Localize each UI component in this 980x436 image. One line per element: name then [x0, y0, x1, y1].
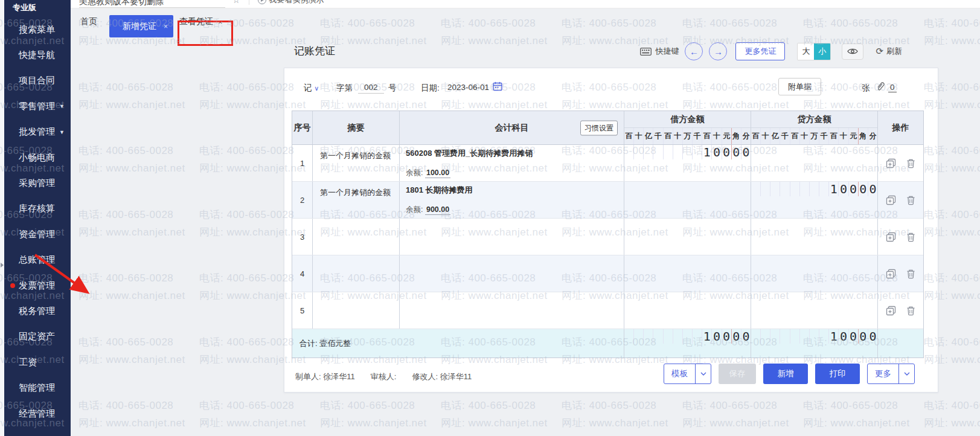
sidebar-item-项目合同[interactable]: 项目合同: [4, 68, 71, 94]
digit-cell[interactable]: 0: [839, 329, 848, 344]
paperclip-icon[interactable]: [876, 82, 885, 93]
summary-cell[interactable]: [313, 292, 400, 329]
delete-row-icon[interactable]: [906, 232, 916, 242]
next-voucher-button[interactable]: →: [709, 42, 727, 60]
sidebar-item-税务管理[interactable]: 税务管理: [4, 298, 71, 324]
debit-amount-cell[interactable]: [624, 182, 751, 218]
shortcut-keys-button[interactable]: 快捷键: [640, 46, 679, 57]
digit-cell[interactable]: [761, 329, 770, 344]
digit-cell[interactable]: 0: [712, 329, 722, 344]
delete-row-icon[interactable]: [906, 158, 916, 168]
close-icon[interactable]: ×: [164, 22, 168, 31]
digit-cell[interactable]: 0: [868, 182, 877, 196]
tab-view-voucher[interactable]: 查看凭证 ×: [179, 16, 223, 27]
digit-cell[interactable]: [751, 329, 761, 344]
refresh-button[interactable]: ⟳ 刷新: [876, 46, 902, 57]
chevron-down-icon[interactable]: [695, 364, 711, 383]
digit-cell[interactable]: 0: [712, 145, 722, 159]
chevron-down-icon[interactable]: [898, 364, 914, 383]
delete-row-icon[interactable]: [906, 195, 916, 205]
sidebar-item-搜索菜单[interactable]: 搜索菜单: [4, 17, 71, 42]
digit-cell[interactable]: [644, 329, 653, 344]
template-button[interactable]: 模板: [664, 364, 711, 384]
delete-row-icon[interactable]: [906, 269, 916, 279]
sidebar-item-固定资产[interactable]: 固定资产: [4, 324, 71, 350]
credit-amount-cell[interactable]: [751, 292, 878, 329]
credit-amount-cell[interactable]: 10000: [751, 182, 878, 218]
sidebar-item-库存核算[interactable]: 库存核算: [4, 196, 71, 222]
account-cell[interactable]: [400, 219, 624, 255]
digit-cell[interactable]: [693, 145, 702, 159]
sidebar-item-智能管理[interactable]: 智能管理: [4, 375, 71, 400]
digit-cell[interactable]: 0: [741, 145, 751, 159]
credit-amount-cell[interactable]: [751, 219, 878, 255]
voucher-word-select[interactable]: 记 ∨: [304, 83, 319, 94]
digit-cell[interactable]: [644, 145, 653, 159]
digit-cell[interactable]: [624, 145, 634, 159]
visibility-button[interactable]: [842, 43, 863, 60]
digit-cell[interactable]: [683, 145, 693, 159]
debit-amount-cell[interactable]: [624, 292, 751, 329]
sidebar-collapse-handle[interactable]: [0, 260, 4, 271]
account-cell[interactable]: [400, 292, 624, 329]
attachment-count[interactable]: 0: [888, 83, 897, 92]
digit-cell[interactable]: [673, 329, 683, 344]
copy-row-icon[interactable]: [886, 232, 896, 242]
sidebar-item-快捷导航[interactable]: 快捷导航: [4, 42, 71, 68]
digit-cell[interactable]: [780, 182, 790, 196]
size-large-option[interactable]: 大: [798, 43, 814, 60]
sidebar-item-批发管理[interactable]: 批发管理▼: [4, 120, 71, 145]
sidebar-item-经营管理[interactable]: 经营管理: [4, 401, 71, 426]
digit-cell[interactable]: [810, 182, 819, 196]
digit-cell[interactable]: 0: [722, 145, 732, 159]
digit-cell[interactable]: 1: [829, 329, 839, 344]
digit-cell[interactable]: [790, 329, 800, 344]
digit-cell[interactable]: [653, 329, 663, 344]
digit-cell[interactable]: [770, 329, 780, 344]
digit-cell[interactable]: [819, 182, 829, 196]
digit-cell[interactable]: [673, 145, 683, 159]
digit-cell[interactable]: [653, 145, 663, 159]
debit-amount-cell[interactable]: 10000: [624, 145, 751, 181]
digit-cell[interactable]: [683, 329, 693, 344]
digit-cell[interactable]: [819, 329, 829, 344]
copy-row-icon[interactable]: [886, 158, 896, 168]
summary-cell[interactable]: 第一个月摊销的金额: [313, 182, 400, 218]
attachment-button[interactable]: 附单据: [778, 78, 821, 95]
sidebar-item-小畅电商[interactable]: 小畅电商: [4, 145, 71, 170]
balance-value[interactable]: 900.00: [425, 205, 450, 215]
digit-cell[interactable]: [664, 329, 673, 344]
digit-cell[interactable]: 0: [732, 329, 741, 344]
delete-row-icon[interactable]: [906, 306, 916, 316]
digit-cell[interactable]: 0: [722, 329, 732, 344]
digit-cell[interactable]: [800, 329, 810, 344]
digit-cell[interactable]: [770, 182, 780, 196]
truncated-title-field[interactable]: 美惠教则版本要切删除: [79, 0, 225, 8]
digit-cell[interactable]: [800, 182, 810, 196]
digit-cell[interactable]: 1: [702, 145, 712, 159]
digit-cell[interactable]: 0: [839, 182, 848, 196]
digit-cell[interactable]: [624, 329, 634, 344]
debit-amount-cell[interactable]: [624, 255, 751, 292]
digit-cell[interactable]: [693, 329, 702, 344]
sidebar-item-零售管理[interactable]: 零售管理▼: [4, 94, 71, 119]
digit-cell[interactable]: [664, 145, 673, 159]
digit-cell[interactable]: 0: [741, 329, 751, 344]
digit-cell[interactable]: [634, 145, 644, 159]
digit-cell[interactable]: 1: [702, 329, 712, 344]
size-small-option[interactable]: 小: [814, 43, 830, 60]
close-icon[interactable]: ×: [218, 18, 223, 27]
tab-new-voucher[interactable]: 新增凭证 ×: [109, 15, 173, 37]
digit-cell[interactable]: 0: [849, 182, 859, 196]
account-cell[interactable]: 560208 管理费用_长期待摊费用摊销余额: 100.00: [400, 145, 624, 181]
add-button[interactable]: 新增: [763, 364, 808, 384]
credit-amount-cell[interactable]: [751, 255, 878, 292]
copy-row-icon[interactable]: [886, 195, 896, 205]
summary-cell[interactable]: [313, 219, 400, 255]
digit-cell[interactable]: [780, 329, 790, 344]
save-button[interactable]: 保存: [719, 364, 756, 384]
prev-voucher-button[interactable]: ←: [685, 42, 703, 60]
more-button[interactable]: 更多: [867, 364, 915, 384]
demo-link[interactable]: 我要看实例演示: [258, 0, 324, 5]
print-button[interactable]: 打印: [815, 364, 860, 384]
